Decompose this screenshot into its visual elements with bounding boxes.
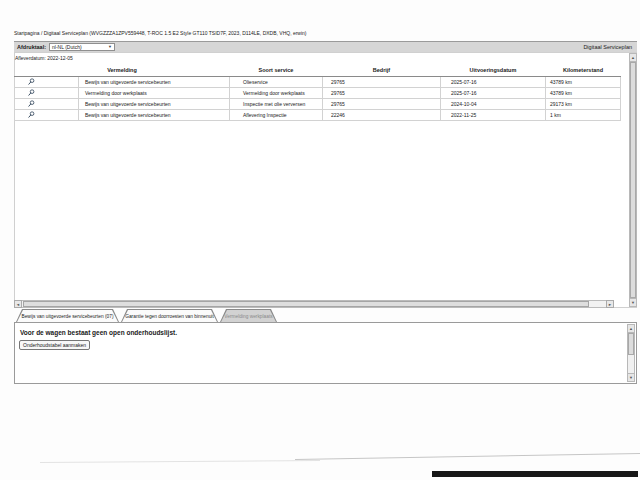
cell-vermelding: Vermelding door werkplaats bbox=[79, 88, 230, 99]
cell-soort-service: Inspectie met olie verversen bbox=[230, 99, 323, 110]
cell-soort-service: Vermelding door werkplaats bbox=[230, 88, 323, 99]
cell-soort-service: Olieservice bbox=[230, 77, 323, 88]
print-language-label: Afdruktaal: bbox=[17, 44, 46, 50]
scroll-up-icon[interactable]: ▲ bbox=[630, 54, 636, 62]
horizontal-scrollbar[interactable]: ◄ ► bbox=[14, 300, 614, 308]
breadcrumb: Startpagina / Digitaal Serviceplan (WVGZ… bbox=[14, 30, 307, 36]
tab-vermelding-werkplaats: Vermelding werkplaats bbox=[220, 309, 277, 322]
row-detail-cell bbox=[15, 99, 79, 110]
cell-bedrijf: 29765 bbox=[323, 77, 441, 88]
table-row: Vermelding door werkplaats Vermelding do… bbox=[15, 88, 621, 99]
scan-artifact-line bbox=[295, 453, 640, 460]
tab-label: Bewijs van uitgevoerde servicebeurten (0… bbox=[17, 310, 118, 322]
row-detail-cell bbox=[15, 88, 79, 99]
cell-vermelding: Bewijs van uitgevoerde servicebeurten bbox=[79, 77, 230, 88]
cell-bedrijf: 29765 bbox=[323, 88, 441, 99]
cell-vermelding: Bewijs van uitgevoerde servicebeurten bbox=[79, 110, 230, 121]
magnifier-icon[interactable] bbox=[28, 100, 35, 108]
panel-vertical-scrollbar-thumb[interactable] bbox=[628, 333, 634, 355]
vertical-scrollbar[interactable]: ▲ ▼ bbox=[629, 53, 637, 307]
vertical-scrollbar-thumb[interactable] bbox=[630, 62, 636, 298]
scroll-left-icon[interactable]: ◄ bbox=[14, 300, 22, 308]
column-header-soort-service: Soort service bbox=[230, 64, 323, 77]
breadcrumb-home-link[interactable]: Startpagina bbox=[14, 30, 40, 36]
scroll-right-icon[interactable]: ► bbox=[606, 300, 614, 308]
scroll-down-icon[interactable]: ▼ bbox=[628, 373, 634, 381]
tab-bewijs-servicebeurten[interactable]: Bewijs van uitgevoerde servicebeurten (0… bbox=[16, 309, 119, 322]
app-title: Digitaal Serviceplan bbox=[583, 44, 634, 50]
create-maintenance-table-button[interactable]: Onderhoudstabel aanmaken bbox=[19, 340, 90, 350]
vertical-scrollbar-track[interactable] bbox=[630, 62, 636, 298]
breadcrumb-path: / Digitaal Serviceplan (WVGZZZA1ZPV55944… bbox=[40, 30, 307, 36]
cell-uitvoeringsdatum: 2025-07-16 bbox=[441, 77, 546, 88]
tab-bar: Bewijs van uitgevoerde servicebeurten (0… bbox=[16, 309, 277, 322]
cell-uitvoeringsdatum: 2024-10-04 bbox=[441, 99, 546, 110]
print-language-select[interactable]: nl-NL (Dutch) ▼ bbox=[49, 43, 115, 51]
column-header-bedrijf: Bedrijf bbox=[323, 64, 441, 77]
delivery-date-label: Afleverdatum: bbox=[15, 55, 46, 61]
magnifier-icon[interactable] bbox=[28, 78, 35, 86]
cell-bedrijf: 29765 bbox=[323, 99, 441, 110]
cell-uitvoeringsdatum: 2025-07-16 bbox=[441, 88, 546, 99]
column-header-kilometerstand: Kilometerstand bbox=[546, 64, 621, 77]
cell-kilometerstand: 1 km bbox=[546, 110, 621, 121]
tab-garantie-doorroesten[interactable]: Garantie tegen doorroesten van binnenuit bbox=[121, 309, 218, 322]
magnifier-icon[interactable] bbox=[28, 111, 35, 119]
scan-artifact-line-light bbox=[40, 460, 320, 463]
print-language-value: nl-NL (Dutch) bbox=[52, 44, 82, 50]
tab-label: Garantie tegen doorroesten van binnenuit bbox=[122, 310, 217, 322]
delivery-date: Afleverdatum: 2022-12-05 bbox=[15, 55, 73, 61]
table-header-row: Vermelding Soort service Bedrijf Uitvoer… bbox=[15, 64, 621, 77]
maintenance-panel: Voor de wagen bestaat geen open onderhou… bbox=[14, 322, 637, 384]
panel-vertical-scrollbar[interactable]: ▲ ▼ bbox=[627, 324, 635, 382]
column-header-uitvoeringsdatum: Uitvoeringsdatum bbox=[441, 64, 546, 77]
table-row: Bewijs van uitgevoerde servicebeurten Ol… bbox=[15, 77, 621, 88]
scroll-up-icon[interactable]: ▲ bbox=[628, 325, 634, 333]
panel-vertical-scrollbar-track[interactable] bbox=[628, 333, 634, 373]
no-open-maintenance-message: Voor de wagen bestaat geen open onderhou… bbox=[20, 329, 177, 336]
horizontal-scrollbar-track[interactable] bbox=[22, 300, 606, 308]
table-row: Bewijs van uitgevoerde servicebeurten In… bbox=[15, 99, 621, 110]
cell-bedrijf: 22246 bbox=[323, 110, 441, 121]
table-row: Bewijs van uitgevoerde servicebeurten Af… bbox=[15, 110, 621, 121]
cell-kilometerstand: 43789 km bbox=[546, 88, 621, 99]
tab-label: Vermelding werkplaats bbox=[221, 310, 276, 322]
cell-kilometerstand: 43789 km bbox=[546, 77, 621, 88]
column-header-vermelding: Vermelding bbox=[15, 64, 230, 77]
cell-vermelding: Bewijs van uitgevoerde servicebeurten bbox=[79, 99, 230, 110]
cell-kilometerstand: 29173 km bbox=[546, 99, 621, 110]
row-detail-cell bbox=[15, 77, 79, 88]
row-detail-cell bbox=[15, 110, 79, 121]
cell-soort-service: Aflevering Inspectie bbox=[230, 110, 323, 121]
chevron-down-icon: ▼ bbox=[108, 45, 112, 49]
service-history-table: Vermelding Soort service Bedrijf Uitvoer… bbox=[14, 64, 621, 121]
scroll-down-icon[interactable]: ▼ bbox=[630, 298, 636, 306]
scan-artifact-bar bbox=[432, 471, 638, 477]
cell-uitvoeringsdatum: 2022-11-25 bbox=[441, 110, 546, 121]
delivery-date-value: 2022-12-05 bbox=[47, 55, 73, 61]
magnifier-icon[interactable] bbox=[28, 89, 35, 97]
digitaal-serviceplan-page: Startpagina / Digitaal Serviceplan (WVGZ… bbox=[0, 0, 640, 480]
horizontal-scrollbar-thumb[interactable] bbox=[23, 301, 589, 307]
